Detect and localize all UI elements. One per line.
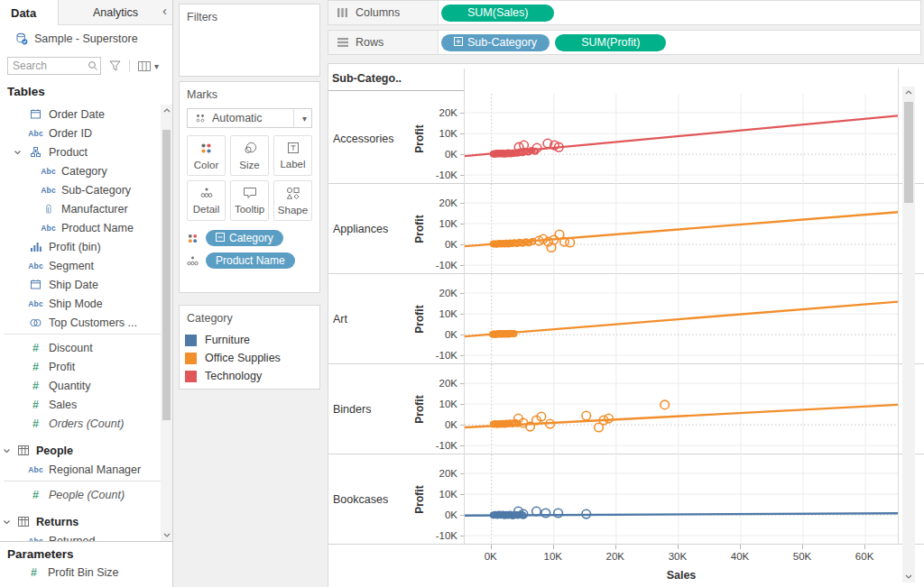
tab-data[interactable]: Data [0,0,58,25]
search-row: ▾ [0,52,172,79]
legend-item-office-supplies[interactable]: Office Supplies [185,349,319,367]
facet-row-appliances: AppliancesProfit20K10K0K-10K [328,184,924,274]
grid-options-caret-icon[interactable]: ▾ [154,61,159,71]
field-label: Product Name [61,222,134,234]
pill-product-name[interactable]: Product Name [206,252,295,269]
label-button[interactable]: Label [273,135,312,176]
view-data-grid-icon[interactable] [138,61,151,71]
abc-icon: Abc [42,167,55,176]
pill-sum-profit[interactable]: SUM(Profit) [555,34,666,51]
legend-item-technology[interactable]: Technology [185,367,319,385]
scatter-pane-binders[interactable] [464,364,899,454]
scroll-up-icon[interactable] [161,105,172,116]
field-product-name[interactable]: AbcProduct Name [0,218,161,237]
field-people-count[interactable]: #People (Count) [0,485,161,504]
chart-scroll-up-icon[interactable] [902,87,915,98]
field-sales[interactable]: #Sales [0,395,161,414]
scroll-down-icon[interactable] [161,529,172,541]
data-panel: Data Analytics ‹ Sample - Superstore [0,0,173,587]
field-orders-count[interactable]: #Orders (Count) [0,414,161,433]
fields-scrollbar-thumb[interactable] [162,130,171,420]
pill-sum-sales[interactable]: SUM(Sales) [441,5,554,22]
filters-shelf[interactable]: Filters [179,4,320,77]
field-label: People (Count) [49,489,125,501]
pill-label: Category [229,232,273,244]
scatter-pane-appliances[interactable] [464,184,899,274]
facet-column-header[interactable]: Sub-Catego.. [328,67,464,91]
scatter-pane-bookcases[interactable] [464,454,899,545]
scatter-pane-accessories[interactable] [464,94,899,184]
field-order-id[interactable]: AbcOrder ID [0,124,161,142]
y-tick-label: -10K [436,170,457,180]
row-label-bookcases[interactable]: Bookcases [328,454,411,545]
columns-icon [336,8,349,17]
field-profit-bin-size[interactable]: # Profit Bin Size [0,563,172,582]
search-input-box[interactable] [7,57,101,75]
mark-button-label: Tooltip [235,204,264,215]
field-sub-category[interactable]: AbcSub-Category [0,180,161,199]
viz-header: Sub-Catego.. [328,64,924,94]
search-input[interactable] [8,58,100,74]
paperclip-icon [42,204,55,215]
chart-scrollbar-thumb[interactable] [904,102,913,203]
field-profit-bin[interactable]: Profit (bin) [0,237,161,256]
fields-scrollbar[interactable] [161,105,172,541]
field-ship-mode[interactable]: AbcShip Mode [0,294,161,313]
facet-row-bookcases: BookcasesProfit20K10K0K-10K [328,454,924,545]
row-label-accessories[interactable]: Accessories [328,94,411,184]
size-button[interactable]: Size [230,135,269,176]
field-people[interactable]: People [0,441,161,460]
field-ship-date[interactable]: Ship Date [0,275,161,294]
field-product[interactable]: Product [0,142,161,161]
field-returned[interactable]: AbcReturned [0,531,161,541]
rows-shelf[interactable]: Rows Sub-CategorySUM(Profit) [328,30,921,55]
color-button[interactable]: Color [187,135,226,176]
field-label: Profit [49,361,75,373]
x-axis-title[interactable]: Sales [464,569,899,582]
chart-scrollbar[interactable] [902,87,915,582]
facet-row-accessories: AccessoriesProfit20K10K0K-10K [328,94,924,184]
hash-icon: # [29,380,42,392]
collapse-panel-icon[interactable]: ‹ [162,3,167,18]
field-discount[interactable]: #Discount [0,338,161,357]
filter-fields-icon[interactable] [109,60,121,71]
scatter-pane-art[interactable] [464,274,899,364]
chevron-down-icon[interactable]: ▾ [293,109,311,127]
data-source-item[interactable]: Sample - Superstore [0,25,172,52]
field-segment[interactable]: AbcSegment [0,256,161,275]
pill-label: SUM(Profit) [581,36,640,49]
row-label-binders[interactable]: Binders [328,364,411,454]
shape-button[interactable]: Shape [273,180,312,221]
y-axis-title: Profit [413,124,426,152]
y-tick-label: 0K [445,329,457,340]
parameters-section: Parameters # Profit Bin Size [0,541,172,587]
field-regional-manager[interactable]: AbcRegional Manager [0,460,161,479]
field-category[interactable]: AbcCategory [0,161,161,180]
field-quantity[interactable]: #Quantity [0,376,161,395]
row-label-appliances[interactable]: Appliances [328,184,411,274]
chevron-down-icon[interactable] [3,448,11,454]
field-manufacturer[interactable]: Manufacturer [0,199,161,218]
field-label: Order Date [49,108,105,121]
tab-analytics[interactable]: Analytics ‹ [58,0,172,25]
pill-sub-category[interactable]: Sub-Category [441,34,550,51]
chevron-down-icon[interactable] [14,150,22,155]
field-returns[interactable]: Returns [0,512,161,531]
legend-item-furniture[interactable]: Furniture [185,331,319,349]
field-order-date[interactable]: Order Date [0,105,161,124]
field-profit[interactable]: #Profit [0,357,161,376]
detail-button[interactable]: Detail [187,180,226,221]
pill-label: Sub-Category [467,36,537,49]
tooltip-button[interactable]: Tooltip [230,180,269,221]
hash-icon: # [29,417,42,430]
pill-category[interactable]: Category [206,230,283,246]
row-label-art[interactable]: Art [328,274,411,364]
shelves-area: Columns SUM(Sales) Rows Sub-CategorySUM(… [328,0,924,63]
mark-type-dropdown[interactable]: Automatic ▾ [187,108,312,128]
chart-scroll-down-icon[interactable] [902,571,915,582]
field-top-customers[interactable]: Top Customers ... [0,313,161,332]
hash-icon: # [29,489,42,501]
field-gap [0,433,161,441]
columns-shelf[interactable]: Columns SUM(Sales) [328,0,921,25]
chevron-down-icon[interactable] [3,519,11,525]
